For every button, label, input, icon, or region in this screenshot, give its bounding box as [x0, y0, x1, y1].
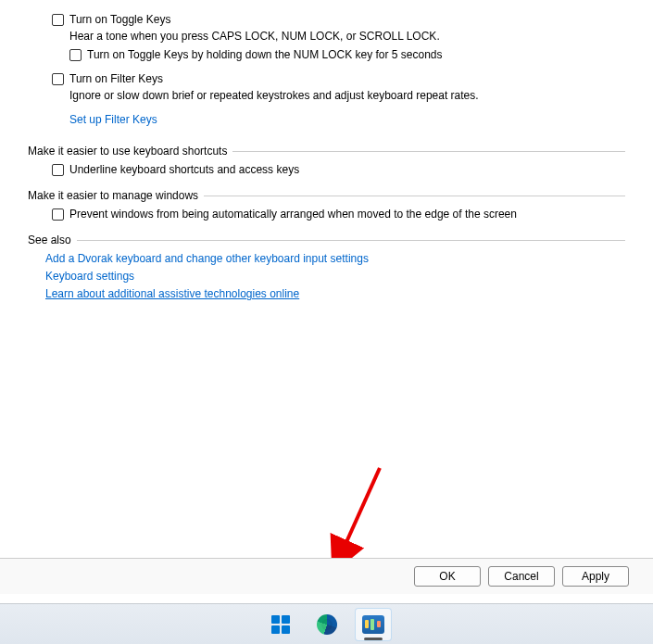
taskbar-start-button[interactable]	[262, 608, 299, 641]
control-panel-icon	[362, 615, 384, 634]
manage-windows-header-label: Make it easier to manage windows	[28, 189, 204, 202]
shortcuts-header-label: Make it easier to use keyboard shortcuts	[28, 145, 232, 158]
filter-keys-checkbox-row[interactable]: Turn on Filter Keys	[52, 72, 625, 85]
toggle-keys-label: Turn on Toggle Keys	[69, 13, 170, 26]
see-also-link-assistive-tech[interactable]: Learn about additional assistive technol…	[45, 287, 625, 300]
windows-logo-icon	[271, 615, 290, 634]
svg-line-0	[338, 468, 380, 561]
toggle-keys-description: Hear a tone when you press CAPS LOCK, NU…	[69, 30, 625, 43]
toggle-keys-checkbox-row[interactable]: Turn on Toggle Keys	[52, 13, 625, 26]
prevent-arrange-checkbox-row[interactable]: Prevent windows from being automatically…	[52, 208, 625, 221]
checkbox-icon[interactable]	[52, 208, 64, 221]
manage-windows-group-header: Make it easier to manage windows	[28, 189, 625, 202]
taskbar-control-panel-button[interactable]	[355, 608, 392, 641]
see-also-header-label: See also	[28, 234, 77, 246]
toggle-keys-numlock-label: Turn on Toggle Keys by holding down the …	[87, 48, 443, 61]
shortcuts-group-header: Make it easier to use keyboard shortcuts	[28, 145, 625, 158]
taskbar	[0, 603, 653, 644]
filter-keys-description: Ignore or slow down brief or repeated ke…	[69, 89, 625, 102]
divider	[77, 240, 625, 241]
checkbox-icon[interactable]	[52, 73, 64, 85]
toggle-keys-numlock-checkbox-row[interactable]: Turn on Toggle Keys by holding down the …	[69, 48, 625, 61]
underline-shortcuts-checkbox-row[interactable]: Underline keyboard shortcuts and access …	[52, 163, 625, 176]
apply-button[interactable]: Apply	[562, 566, 629, 587]
taskbar-edge-button[interactable]	[308, 608, 345, 641]
checkbox-icon[interactable]	[52, 14, 64, 26]
edge-icon	[317, 614, 337, 635]
checkbox-icon[interactable]	[69, 49, 82, 61]
see-also-link-dvorak[interactable]: Add a Dvorak keyboard and change other k…	[45, 252, 625, 265]
underline-shortcuts-label: Underline keyboard shortcuts and access …	[69, 163, 299, 176]
checkbox-icon[interactable]	[52, 164, 64, 176]
see-also-group-header: See also	[28, 234, 625, 246]
see-also-link-keyboard-settings[interactable]: Keyboard settings	[45, 270, 625, 283]
setup-filter-keys-link[interactable]: Set up Filter Keys	[69, 113, 157, 126]
divider	[204, 196, 625, 196]
cancel-button[interactable]: Cancel	[488, 566, 555, 587]
ok-button[interactable]: OK	[414, 566, 481, 587]
filter-keys-label: Turn on Filter Keys	[69, 72, 163, 85]
dialog-button-bar: OK Cancel Apply	[0, 558, 653, 594]
prevent-arrange-label: Prevent windows from being automatically…	[69, 208, 517, 221]
divider	[232, 151, 625, 152]
